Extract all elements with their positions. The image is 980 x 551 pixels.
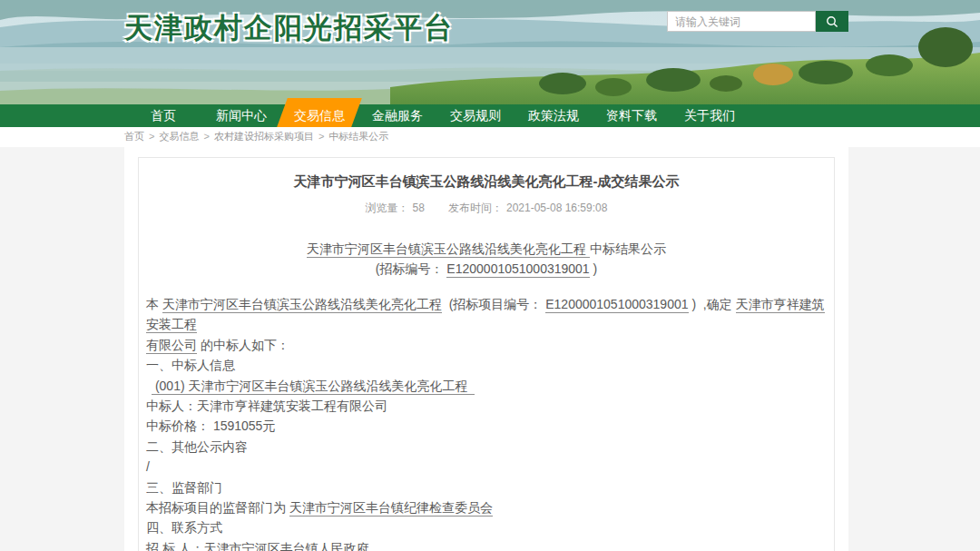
price-line: 中标价格： 1591055元	[146, 416, 827, 436]
site-banner: 天津政村企阳光招采平台	[0, 0, 980, 104]
bidder-label: 招 标 人：	[146, 541, 204, 551]
search-input[interactable]	[667, 11, 816, 32]
supervision-department: 天津市宁河区丰台镇纪律检查委员会	[289, 500, 493, 517]
views-count: 58	[413, 202, 425, 214]
breadcrumb-trade-info[interactable]: 交易信息	[159, 131, 199, 142]
lot-001-project: (001) 天津市宁河区丰台镇滨玉公路线沿线美化亮化工程	[152, 379, 475, 395]
article-card: 天津市宁河区丰台镇滨玉公路线沿线美化亮化工程-成交结果公示 浏览量：58发布时间…	[138, 157, 835, 551]
breadcrumb-home[interactable]: 首页	[124, 131, 144, 142]
tender-number: E1200001051000319001	[446, 261, 589, 278]
tender-number-line: (招标编号： E1200001051000319001 )	[146, 259, 827, 279]
section-3-title: 三、监督部门	[146, 477, 827, 497]
section-2-title: 二、其他公示内容	[146, 437, 827, 457]
document-title-project: 天津市宁河区丰台镇滨玉公路线沿线美化亮化工程	[307, 241, 590, 258]
publish-time-label: 发布时间：	[448, 202, 503, 214]
nav-item-about[interactable]: 关于我们	[671, 104, 749, 127]
main-nav: 首页 新闻中心 交易信息 金融服务 交易规则 政策法规 资料下载 关于我们	[0, 104, 980, 127]
document-title: 天津市宁河区丰台镇滨玉公路线沿线美化亮化工程 中标结果公示	[146, 239, 827, 259]
project-code: E1200001051000319001	[545, 297, 688, 313]
winner-name: 天津市亨祥建筑安装工程有限公司	[197, 398, 387, 413]
site-title: 天津政村企阳光招采平台	[124, 9, 454, 47]
article-title: 天津市宁河区丰台镇滨玉公路线沿线美化亮化工程-成交结果公示	[146, 172, 827, 191]
article-meta: 浏览量：58发布时间：2021-05-08 16:59:08	[146, 201, 827, 216]
section-2-content: /	[146, 457, 827, 477]
breadcrumb-separator: >	[203, 131, 209, 142]
nav-item-rules[interactable]: 交易规则	[436, 104, 514, 127]
supervision-line: 本招标项目的监督部门为 天津市宁河区丰台镇纪律检查委员会	[146, 497, 827, 517]
views-label: 浏览量：	[366, 202, 409, 214]
bidder-name: 天津市宁河区丰台镇人民政府	[204, 541, 369, 551]
winner-line: 中标人：天津市亨祥建筑安装工程有限公司	[146, 396, 827, 416]
nav-item-home[interactable]: 首页	[124, 104, 202, 127]
main-area: 天津市宁河区丰台镇滨玉公路线沿线美化亮化工程-成交结果公示 浏览量：58发布时间…	[0, 147, 980, 551]
paragraph-line-1: 本 天津市宁河区丰台镇滨玉公路线沿线美化亮化工程 (招标项目编号： E12000…	[146, 294, 827, 335]
breadcrumb-rural-projects[interactable]: 农村建设招标采购项目	[214, 131, 314, 142]
search-icon	[825, 15, 839, 29]
price-value: 1591055元	[210, 418, 275, 433]
project-name: 天津市宁河区丰台镇滨玉公路线沿线美化亮化工程	[162, 297, 442, 313]
nav-items: 首页 新闻中心 交易信息 金融服务 交易规则 政策法规 资料下载 关于我们	[124, 104, 749, 127]
tender-number-label: (招标编号：	[376, 261, 447, 276]
winner-label: 中标人：	[146, 398, 197, 413]
article-body: 本 天津市宁河区丰台镇滨玉公路线沿线美化亮化工程 (招标项目编号： E12000…	[146, 294, 827, 551]
nav-item-trade-info[interactable]: 交易信息	[280, 104, 358, 127]
breadcrumb: 首页>交易信息>农村建设招标采购项目>中标结果公示	[0, 127, 980, 147]
breadcrumb-result-announcement[interactable]: 中标结果公示	[328, 131, 388, 142]
publish-time: 2021-05-08 16:59:08	[506, 202, 607, 214]
nav-item-news[interactable]: 新闻中心	[202, 104, 280, 127]
company-name-part2: 有限公司	[146, 338, 197, 354]
breadcrumb-separator: >	[318, 131, 324, 142]
search-bar	[667, 11, 848, 32]
nav-item-downloads[interactable]: 资料下载	[593, 104, 671, 127]
content-container: 天津市宁河区丰台镇滨玉公路线沿线美化亮化工程-成交结果公示 浏览量：58发布时间…	[124, 147, 848, 551]
nav-item-finance[interactable]: 金融服务	[358, 104, 436, 127]
search-button[interactable]	[816, 11, 848, 32]
paragraph-line-2: 有限公司 的中标人如下：	[146, 335, 827, 355]
section-1-item: (001) 天津市宁河区丰台镇滨玉公路线沿线美化亮化工程	[146, 376, 827, 396]
section-4-title: 四、联系方式	[146, 517, 827, 537]
nav-item-policy[interactable]: 政策法规	[514, 104, 593, 127]
bidder-line: 招 标 人：天津市宁河区丰台镇人民政府	[146, 538, 827, 551]
price-label: 中标价格：	[146, 418, 210, 433]
section-1-title: 一、中标人信息	[146, 355, 827, 375]
breadcrumb-separator: >	[149, 131, 154, 142]
